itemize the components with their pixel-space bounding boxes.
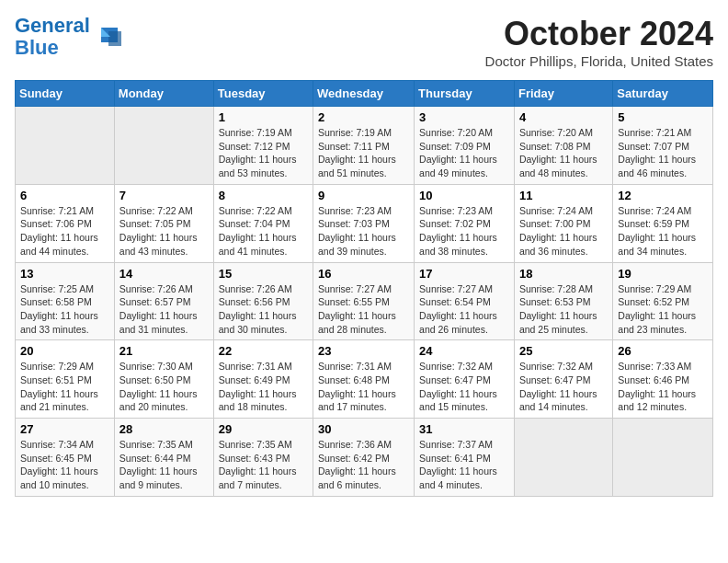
day-number: 14 [119,267,209,281]
day-number: 13 [20,267,109,281]
calendar-cell: 17Sunrise: 7:27 AM Sunset: 6:54 PM Dayli… [415,262,515,340]
header-saturday: Saturday [613,81,713,107]
calendar-cell: 21Sunrise: 7:30 AM Sunset: 6:50 PM Dayli… [114,340,213,419]
calendar-cell: 11Sunrise: 7:24 AM Sunset: 7:00 PM Dayli… [514,184,612,262]
day-info: Sunrise: 7:36 AM Sunset: 6:42 PM Dayligh… [318,438,409,492]
month-title: October 2024 [485,15,713,53]
week-row-2: 13Sunrise: 7:25 AM Sunset: 6:58 PM Dayli… [16,262,713,340]
day-info: Sunrise: 7:22 AM Sunset: 7:04 PM Dayligh… [219,204,308,259]
calendar-cell: 30Sunrise: 7:36 AM Sunset: 6:42 PM Dayli… [313,419,415,497]
day-info: Sunrise: 7:26 AM Sunset: 6:57 PM Dayligh… [119,282,209,337]
header-thursday: Thursday [415,81,515,107]
calendar-cell: 1Sunrise: 7:19 AM Sunset: 7:12 PM Daylig… [213,107,313,185]
day-number: 6 [20,189,109,202]
calendar-cell [16,107,115,185]
day-info: Sunrise: 7:27 AM Sunset: 6:54 PM Dayligh… [419,282,509,337]
day-info: Sunrise: 7:23 AM Sunset: 7:03 PM Dayligh… [318,204,409,259]
location: Doctor Phillips, Florida, United States [485,53,713,69]
header-friday: Friday [514,81,612,107]
day-number: 3 [419,110,509,124]
header-wednesday: Wednesday [313,81,415,107]
day-info: Sunrise: 7:31 AM Sunset: 6:49 PM Dayligh… [219,360,308,414]
day-info: Sunrise: 7:20 AM Sunset: 7:08 PM Dayligh… [519,126,608,180]
calendar-cell: 26Sunrise: 7:33 AM Sunset: 6:46 PM Dayli… [613,340,713,419]
day-info: Sunrise: 7:23 AM Sunset: 7:02 PM Dayligh… [419,204,509,259]
day-number: 22 [219,344,308,358]
week-row-0: 1Sunrise: 7:19 AM Sunset: 7:12 PM Daylig… [16,107,713,185]
day-info: Sunrise: 7:35 AM Sunset: 6:43 PM Dayligh… [219,438,308,492]
day-info: Sunrise: 7:19 AM Sunset: 7:12 PM Dayligh… [219,126,308,180]
calendar-cell: 10Sunrise: 7:23 AM Sunset: 7:02 PM Dayli… [415,184,515,262]
calendar-cell: 13Sunrise: 7:25 AM Sunset: 6:58 PM Dayli… [16,262,115,340]
day-number: 27 [20,422,109,436]
day-number: 11 [519,189,608,202]
calendar-cell: 31Sunrise: 7:37 AM Sunset: 6:41 PM Dayli… [415,419,515,497]
calendar-cell: 12Sunrise: 7:24 AM Sunset: 6:59 PM Dayli… [613,184,713,262]
header-sunday: Sunday [16,81,115,107]
day-number: 15 [219,267,308,281]
calendar-cell: 6Sunrise: 7:21 AM Sunset: 7:06 PM Daylig… [16,184,115,262]
day-info: Sunrise: 7:32 AM Sunset: 6:47 PM Dayligh… [519,360,608,414]
day-number: 19 [618,267,708,281]
logo-text: GeneralBlue [15,15,90,59]
day-number: 7 [119,189,209,202]
week-row-4: 27Sunrise: 7:34 AM Sunset: 6:45 PM Dayli… [16,419,713,497]
day-number: 10 [419,189,509,202]
week-row-1: 6Sunrise: 7:21 AM Sunset: 7:06 PM Daylig… [16,184,713,262]
calendar-cell: 20Sunrise: 7:29 AM Sunset: 6:51 PM Dayli… [16,340,115,419]
calendar-cell [514,419,612,497]
calendar-table: SundayMondayTuesdayWednesdayThursdayFrid… [15,80,713,497]
calendar-cell: 29Sunrise: 7:35 AM Sunset: 6:43 PM Dayli… [213,419,313,497]
calendar-cell: 2Sunrise: 7:19 AM Sunset: 7:11 PM Daylig… [313,107,415,185]
header-row: SundayMondayTuesdayWednesdayThursdayFrid… [16,81,713,107]
day-info: Sunrise: 7:19 AM Sunset: 7:11 PM Dayligh… [318,126,409,180]
day-number: 9 [318,189,409,202]
day-info: Sunrise: 7:24 AM Sunset: 6:59 PM Dayligh… [618,204,708,259]
calendar-cell [114,107,213,185]
day-info: Sunrise: 7:29 AM Sunset: 6:51 PM Dayligh… [20,360,109,414]
calendar-cell: 28Sunrise: 7:35 AM Sunset: 6:44 PM Dayli… [114,419,213,497]
header-monday: Monday [114,81,213,107]
day-number: 1 [219,110,308,124]
logo: GeneralBlue [15,15,121,59]
day-info: Sunrise: 7:30 AM Sunset: 6:50 PM Dayligh… [119,360,209,414]
day-number: 30 [318,422,409,436]
day-number: 29 [219,422,308,436]
calendar-cell: 19Sunrise: 7:29 AM Sunset: 6:52 PM Dayli… [613,262,713,340]
calendar-cell: 7Sunrise: 7:22 AM Sunset: 7:05 PM Daylig… [114,184,213,262]
day-number: 26 [618,344,708,358]
day-number: 16 [318,267,409,281]
day-info: Sunrise: 7:22 AM Sunset: 7:05 PM Dayligh… [119,204,209,259]
day-info: Sunrise: 7:37 AM Sunset: 6:41 PM Dayligh… [419,438,509,492]
day-info: Sunrise: 7:28 AM Sunset: 6:53 PM Dayligh… [519,282,608,337]
day-number: 12 [618,189,708,202]
day-info: Sunrise: 7:31 AM Sunset: 6:48 PM Dayligh… [318,360,409,414]
day-info: Sunrise: 7:21 AM Sunset: 7:07 PM Dayligh… [618,126,708,180]
logo-icon [92,24,121,50]
day-number: 18 [519,267,608,281]
day-number: 24 [419,344,509,358]
calendar-cell: 8Sunrise: 7:22 AM Sunset: 7:04 PM Daylig… [213,184,313,262]
day-number: 2 [318,110,409,124]
day-info: Sunrise: 7:25 AM Sunset: 6:58 PM Dayligh… [20,282,109,337]
day-info: Sunrise: 7:34 AM Sunset: 6:45 PM Dayligh… [20,438,109,492]
day-info: Sunrise: 7:24 AM Sunset: 7:00 PM Dayligh… [519,204,608,259]
calendar-cell [613,419,713,497]
svg-marker-1 [108,31,121,46]
day-number: 28 [119,422,209,436]
title-block: October 2024 Doctor Phillips, Florida, U… [485,15,713,69]
day-info: Sunrise: 7:20 AM Sunset: 7:09 PM Dayligh… [419,126,509,180]
calendar-cell: 15Sunrise: 7:26 AM Sunset: 6:56 PM Dayli… [213,262,313,340]
calendar-cell: 9Sunrise: 7:23 AM Sunset: 7:03 PM Daylig… [313,184,415,262]
day-info: Sunrise: 7:29 AM Sunset: 6:52 PM Dayligh… [618,282,708,337]
day-number: 23 [318,344,409,358]
calendar-cell: 4Sunrise: 7:20 AM Sunset: 7:08 PM Daylig… [514,107,612,185]
calendar-cell: 5Sunrise: 7:21 AM Sunset: 7:07 PM Daylig… [613,107,713,185]
day-number: 21 [119,344,209,358]
day-number: 20 [20,344,109,358]
calendar-cell: 18Sunrise: 7:28 AM Sunset: 6:53 PM Dayli… [514,262,612,340]
day-info: Sunrise: 7:26 AM Sunset: 6:56 PM Dayligh… [219,282,308,337]
day-info: Sunrise: 7:33 AM Sunset: 6:46 PM Dayligh… [618,360,708,414]
day-number: 8 [219,189,308,202]
page-header: GeneralBlue October 2024 Doctor Phillips… [15,15,713,69]
